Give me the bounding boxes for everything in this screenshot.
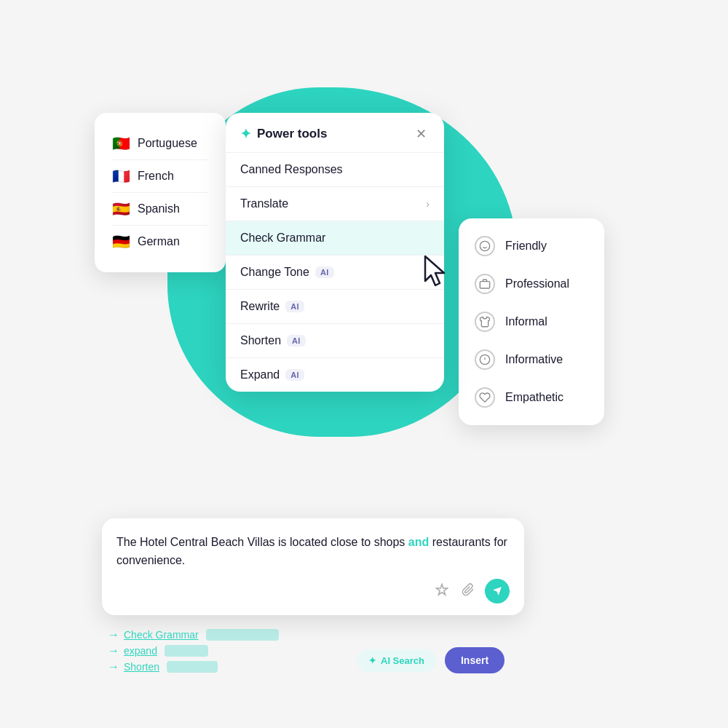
text-content: The Hotel Central Beach Villas is locate… [116, 533, 510, 570]
rewrite-ai-badge: AI [285, 301, 304, 312]
shorten-ai-badge: AI [287, 335, 306, 347]
expand-label: Expand [240, 368, 280, 381]
tone-item-informal[interactable]: Informal [459, 303, 604, 341]
language-label-spanish: Spanish [138, 202, 180, 215]
language-item-french[interactable]: 🇫🇷 French [112, 160, 208, 193]
menu-item-expand[interactable]: Expand AI [226, 358, 444, 392]
send-button[interactable] [485, 579, 510, 604]
cursor-arrow [421, 253, 450, 288]
informative-icon [475, 349, 495, 370]
suggestion-shorten-label: Shorten [124, 661, 159, 673]
bullet-3: → [108, 660, 119, 673]
suggestion-check-grammar[interactable]: → Check Grammar [108, 628, 279, 641]
power-tools-header: ✦ Power tools ✕ [226, 113, 444, 153]
language-label-german: German [138, 235, 180, 248]
bullet-1: → [108, 628, 119, 641]
action-row: ✦ AI Search Insert [357, 647, 505, 673]
scene: 🇵🇹 Portuguese 🇫🇷 French 🇪🇸 Spanish 🇩🇪 Ge… [0, 0, 728, 728]
friendly-label: Friendly [505, 240, 547, 253]
bullet-2: → [108, 644, 119, 657]
menu-item-rewrite[interactable]: Rewrite AI [226, 290, 444, 323]
tone-item-empathetic[interactable]: Empathetic [459, 379, 604, 416]
menu-item-canned-responses[interactable]: Canned Responses [226, 153, 444, 186]
suggestion-grammar-label: Check Grammar [124, 629, 199, 641]
menu-item-check-grammar[interactable]: Check Grammar [226, 221, 444, 255]
expand-left: Expand AI [240, 368, 304, 381]
power-tools-title: ✦ Power tools [240, 126, 327, 142]
suggestion-expand-label: expand [124, 645, 157, 657]
text-input-card: The Hotel Central Beach Villas is locate… [102, 518, 524, 615]
shorten-label: Shorten [240, 334, 281, 347]
text-highlight: and [408, 536, 429, 548]
menu-item-shorten[interactable]: Shorten AI [226, 324, 444, 357]
suggestions-area: → Check Grammar → expand → Shorten [108, 628, 279, 673]
empathetic-icon [475, 387, 495, 408]
suggestion-shorten[interactable]: → Shorten [108, 660, 279, 673]
language-item-portuguese[interactable]: 🇵🇹 Portuguese [112, 127, 208, 160]
insert-button[interactable]: Insert [445, 647, 505, 673]
magic-wand-icon: ✦ [240, 126, 251, 142]
tone-item-professional[interactable]: Professional [459, 265, 604, 303]
ai-search-icon: ✦ [368, 655, 376, 666]
language-dropdown: 🇵🇹 Portuguese 🇫🇷 French 🇪🇸 Spanish 🇩🇪 Ge… [95, 113, 226, 272]
rewrite-left: Rewrite AI [240, 300, 304, 313]
power-tools-title-text: Power tools [257, 127, 327, 141]
informative-label: Informative [505, 353, 563, 366]
tone-item-informative[interactable]: Informative [459, 341, 604, 379]
flag-german: 🇩🇪 [112, 233, 130, 250]
sparkle-button[interactable] [432, 580, 451, 603]
change-tone-label: Change Tone [240, 266, 309, 279]
change-tone-ai-badge: AI [315, 266, 334, 278]
shorten-left: Shorten AI [240, 334, 306, 347]
professional-icon [475, 274, 495, 294]
friendly-icon [475, 236, 495, 256]
chevron-right-icon: › [426, 198, 430, 210]
expand-bar [165, 645, 208, 657]
menu-item-change-tone[interactable]: Change Tone AI [226, 256, 444, 289]
flag-spanish: 🇪🇸 [112, 200, 130, 218]
language-label-portuguese: Portuguese [138, 137, 197, 150]
empathetic-label: Empathetic [505, 391, 563, 404]
grammar-bar [206, 629, 279, 641]
rewrite-label: Rewrite [240, 300, 280, 313]
suggestion-expand[interactable]: → expand [108, 644, 279, 657]
professional-label: Professional [505, 277, 569, 290]
change-tone-left: Change Tone AI [240, 266, 334, 279]
ai-search-label: AI Search [381, 655, 424, 666]
informal-icon [475, 312, 495, 332]
language-item-german[interactable]: 🇩🇪 German [112, 226, 208, 258]
text-input-actions [116, 579, 510, 604]
tone-item-friendly[interactable]: Friendly [459, 227, 604, 265]
informal-label: Informal [505, 315, 547, 328]
ai-search-button[interactable]: ✦ AI Search [357, 649, 436, 672]
attachment-button[interactable] [459, 580, 478, 603]
language-item-spanish[interactable]: 🇪🇸 Spanish [112, 193, 208, 226]
tone-submenu: Friendly Professional Informal [459, 218, 604, 425]
translate-label: Translate [240, 197, 288, 210]
expand-ai-badge: AI [285, 369, 304, 381]
power-tools-card: ✦ Power tools ✕ Canned Responses Transla… [226, 113, 444, 392]
check-grammar-label: Check Grammar [240, 232, 325, 245]
flag-portuguese: 🇵🇹 [112, 135, 130, 152]
menu-item-translate[interactable]: Translate › [226, 187, 444, 221]
canned-responses-label: Canned Responses [240, 163, 343, 176]
language-label-french: French [138, 170, 174, 183]
flag-french: 🇫🇷 [112, 167, 130, 185]
close-button[interactable]: ✕ [413, 126, 430, 142]
shorten-bar [167, 661, 218, 673]
svg-point-0 [480, 241, 489, 250]
text-before: The Hotel Central Beach Villas is locate… [116, 536, 408, 548]
svg-rect-3 [480, 282, 489, 288]
